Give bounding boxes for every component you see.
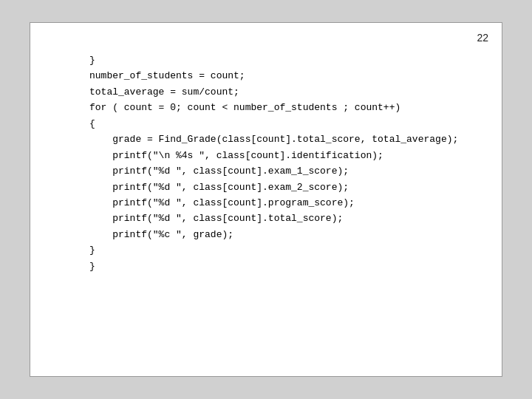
code-line: grade = Find_Grade(class[count].total_sc… (89, 132, 465, 147)
code-line: printf("%d ", class[count].exam_2_score)… (89, 180, 465, 195)
code-line: printf("%d ", class[count].program_score… (89, 195, 465, 211)
code-line: } (89, 242, 465, 258)
code-line: for ( count = 0; count < number_of_stude… (89, 100, 465, 115)
code-line: printf("%d ", class[count].total_score); (89, 211, 465, 226)
code-line: printf("\n %4s ", class[count].identific… (89, 148, 465, 163)
code-line: } (89, 52, 465, 68)
code-line: total_average = sum/count; (89, 84, 465, 100)
code-block: }number_of_students = count;total_averag… (89, 52, 465, 274)
page-number: 22 (477, 32, 488, 44)
code-line: number_of_students = count; (89, 68, 465, 83)
code-line: { (89, 116, 465, 132)
code-line: printf("%c ", grade); (89, 227, 465, 242)
code-line: } (89, 259, 465, 274)
code-line: printf("%d ", class[count].exam_1_score)… (89, 163, 465, 179)
slide: 22 }number_of_students = count;total_ave… (30, 22, 502, 377)
